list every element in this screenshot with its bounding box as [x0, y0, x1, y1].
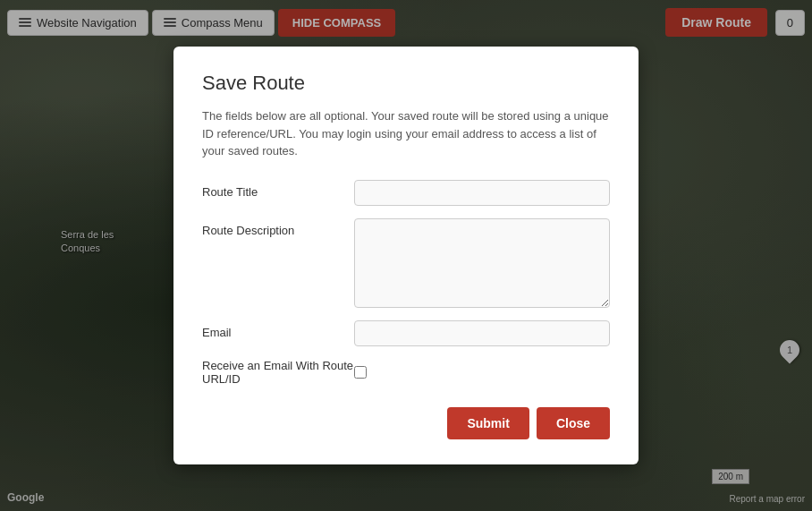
email-input[interactable]	[354, 320, 610, 346]
receive-email-checkbox[interactable]	[354, 366, 367, 379]
close-button[interactable]: Close	[537, 407, 610, 439]
route-title-input[interactable]	[354, 180, 610, 206]
email-label: Email	[202, 320, 354, 339]
route-title-label: Route Title	[202, 180, 354, 199]
submit-button[interactable]: Submit	[447, 407, 529, 439]
modal-title: Save Route	[202, 72, 610, 95]
close-label: Close	[556, 416, 590, 430]
modal-footer: Submit Close	[202, 407, 610, 439]
receive-email-label: Receive an Email With Route URL/ID	[202, 359, 354, 386]
email-row: Email	[202, 320, 610, 346]
route-description-input[interactable]	[354, 218, 610, 308]
modal-backdrop: Save Route The fields below are all opti…	[0, 0, 812, 511]
save-route-modal: Save Route The fields below are all opti…	[173, 47, 639, 464]
modal-description: The fields below are all optional. Your …	[202, 107, 610, 160]
submit-label: Submit	[467, 416, 509, 430]
route-description-label: Route Description	[202, 218, 354, 237]
receive-email-row: Receive an Email With Route URL/ID	[202, 359, 610, 386]
route-description-row: Route Description	[202, 218, 610, 308]
route-title-row: Route Title	[202, 180, 610, 206]
